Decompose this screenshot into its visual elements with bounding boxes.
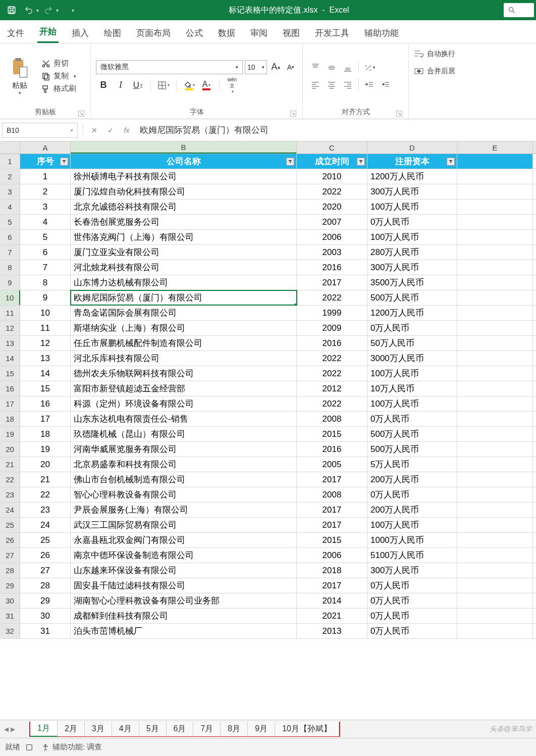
cell[interactable]: 2008 xyxy=(297,412,367,426)
cell[interactable]: 280万人民币 xyxy=(367,245,457,260)
underline-button[interactable]: U▾ xyxy=(130,78,145,92)
cell[interactable]: 山东越来环保设备有限公司 xyxy=(71,563,297,578)
cell[interactable]: 河北烛龙科技有限公司 xyxy=(71,260,297,275)
cell[interactable] xyxy=(457,321,533,335)
cell[interactable]: 11 xyxy=(20,321,71,335)
tab-pagelayout[interactable]: 页面布局 xyxy=(134,23,173,43)
cell[interactable]: 山东博力达机械有限公司 xyxy=(71,275,297,290)
cell[interactable]: 2017 xyxy=(297,502,367,517)
cell[interactable]: 500万人民币 xyxy=(367,427,457,441)
cell[interactable]: 2015 xyxy=(297,533,367,547)
cell[interactable]: 300万人民币 xyxy=(367,563,457,578)
cell[interactable]: 成都鲜到佳科技有限公司 xyxy=(71,609,297,623)
cell[interactable]: 德州农夫乐物联网科技有限公司 xyxy=(71,366,297,381)
cell[interactable] xyxy=(457,487,533,502)
cell[interactable]: 0万人民币 xyxy=(367,487,457,502)
cell[interactable]: 山东东达机电有限责任公-销售 xyxy=(71,412,297,426)
cell[interactable]: 武汉三工国际贸易有限公司 xyxy=(71,518,297,532)
cell[interactable]: 0万人民币 xyxy=(367,593,457,608)
row-header[interactable]: 12 xyxy=(0,321,20,335)
cell[interactable]: 2021 xyxy=(297,609,367,623)
qat-customize-dropdown[interactable]: ▾ xyxy=(72,8,74,13)
sheet-tab[interactable]: 4月 xyxy=(112,722,139,736)
fill-color-button[interactable]: ▾ xyxy=(182,78,197,92)
cell[interactable]: 0万人民币 xyxy=(367,321,457,335)
row-header[interactable]: 9 xyxy=(0,275,20,290)
cell[interactable]: 长春浩创展览服务公司 xyxy=(71,215,297,229)
cell[interactable]: 2017 xyxy=(297,275,367,290)
cell[interactable]: 25 xyxy=(20,533,71,547)
cell[interactable]: 500万人民币 xyxy=(367,290,457,305)
cell[interactable] xyxy=(457,442,533,457)
sheet-next-button[interactable]: ▶ xyxy=(11,726,15,733)
cell[interactable]: 2015 xyxy=(297,427,367,441)
cell[interactable] xyxy=(457,260,533,275)
clipboard-launcher[interactable]: ↘ xyxy=(78,111,84,117)
cell[interactable] xyxy=(457,548,533,563)
cell[interactable]: 南京中德环保设备制造有限公司 xyxy=(71,548,297,563)
cell[interactable]: 湖南智心心理科教设备有限公司业务部 xyxy=(71,593,297,608)
row-header[interactable]: 22 xyxy=(0,472,20,487)
row-header[interactable]: 24 xyxy=(0,502,20,517)
redo-button[interactable] xyxy=(42,4,55,17)
save-button[interactable] xyxy=(4,3,19,18)
tab-file[interactable]: 文件 xyxy=(5,23,26,43)
cell[interactable]: 4 xyxy=(20,215,71,229)
cell[interactable]: 1200万人民币 xyxy=(367,306,457,320)
wrap-text-button[interactable]: 自动换行 xyxy=(414,49,455,59)
cell[interactable]: 尹辰会展服务(上海）有限公司 xyxy=(71,502,297,517)
cell[interactable]: 2017 xyxy=(297,472,367,487)
cell[interactable]: 2006 xyxy=(297,548,367,563)
orientation-button[interactable]: ▾ xyxy=(362,61,377,74)
cell[interactable]: 2020 xyxy=(297,199,367,214)
cell[interactable]: 300万人民币 xyxy=(367,184,457,199)
sheet-tab[interactable]: 10月【孙斌】 xyxy=(275,722,339,736)
cell[interactable]: 15 xyxy=(20,381,71,396)
row-header[interactable]: 20 xyxy=(0,442,20,457)
row-header[interactable]: 5 xyxy=(0,215,20,229)
cell[interactable]: 2012 xyxy=(297,381,367,396)
align-left-button[interactable] xyxy=(308,78,323,91)
tab-developer[interactable]: 开发工具 xyxy=(313,23,351,43)
search-box[interactable] xyxy=(504,3,534,17)
sheet-tab[interactable]: 1月 xyxy=(30,721,58,737)
cell[interactable]: 17 xyxy=(20,412,71,426)
cell[interactable] xyxy=(457,472,533,487)
cell[interactable]: 29 xyxy=(20,593,71,608)
tab-formulas[interactable]: 公式 xyxy=(184,23,205,43)
cell[interactable]: 5100万人民币 xyxy=(367,548,457,563)
column-header[interactable]: D xyxy=(367,141,457,154)
cell[interactable]: 50万人民币 xyxy=(367,336,457,350)
format-painter-button[interactable]: 格式刷 xyxy=(41,84,76,93)
cell[interactable]: 青岛金诺国际会展有限公司 xyxy=(71,306,297,320)
cell[interactable] xyxy=(457,533,533,547)
cell[interactable]: 2 xyxy=(20,184,71,199)
column-header[interactable]: C xyxy=(297,141,367,154)
row-header[interactable]: 19 xyxy=(0,427,20,441)
filter-button[interactable] xyxy=(447,158,455,166)
cell[interactable] xyxy=(457,427,533,441)
cut-button[interactable]: 剪切 xyxy=(41,59,76,68)
cancel-formula-button[interactable]: ✕ xyxy=(86,126,102,134)
cell[interactable]: 1 xyxy=(20,169,71,184)
cell[interactable]: 河南华威展览服务有限公司 xyxy=(71,442,297,457)
cell[interactable]: 北京允诚德谷科技有限公司 xyxy=(71,199,297,214)
sheet-tab[interactable]: 6月 xyxy=(167,722,194,736)
cell[interactable]: 2009 xyxy=(297,321,367,335)
name-box[interactable]: B10 ▾ xyxy=(2,123,78,138)
cell[interactable] xyxy=(457,230,533,244)
cell[interactable]: 厦门立亚实业有限公司 xyxy=(71,245,297,260)
cell[interactable] xyxy=(457,502,533,517)
cell[interactable]: 200万人民币 xyxy=(367,502,457,517)
cell[interactable] xyxy=(457,275,533,290)
cell[interactable] xyxy=(457,199,533,214)
cell[interactable]: 30 xyxy=(20,609,71,623)
align-right-button[interactable] xyxy=(340,78,355,91)
cell[interactable]: 2006 xyxy=(297,230,367,244)
cell[interactable] xyxy=(457,381,533,396)
cell[interactable] xyxy=(457,184,533,199)
cell[interactable] xyxy=(457,624,533,638)
row-header[interactable]: 11 xyxy=(0,306,20,320)
cell[interactable]: 100万人民币 xyxy=(367,199,457,214)
tab-data[interactable]: 数据 xyxy=(216,23,237,43)
